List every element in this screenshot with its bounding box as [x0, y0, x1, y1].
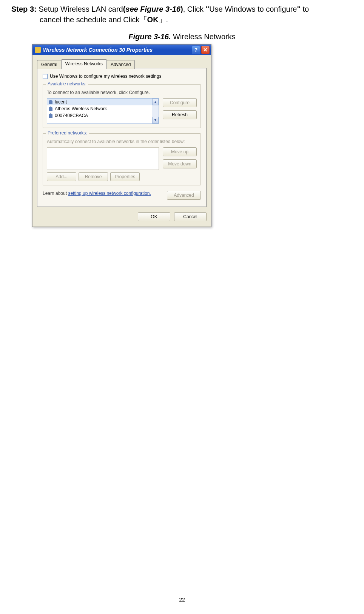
- tab-general[interactable]: General: [37, 60, 62, 69]
- step-text-1c: to: [301, 5, 309, 13]
- available-instruction: To connect to an available network, clic…: [47, 90, 197, 95]
- antenna-icon: [49, 113, 52, 118]
- click-text: Use Windows to configure: [209, 5, 297, 13]
- ok-button[interactable]: OK: [138, 212, 170, 221]
- antenna-icon: [49, 100, 52, 104]
- add-button[interactable]: Add...: [47, 172, 76, 181]
- document-body: Step 3: Setup Wireless LAN card(see Figu…: [0, 0, 364, 25]
- quote-open: ": [206, 5, 209, 13]
- figure-caption-text: Wireless Networks: [171, 32, 236, 41]
- figure-caption: Figure 3-16. Wireless Networks: [0, 32, 364, 41]
- titlebar-buttons: ? ✕: [192, 46, 210, 54]
- learn-text: Learn about setting up wireless network …: [43, 191, 162, 196]
- step-line2b: 」.: [159, 15, 168, 24]
- preferred-networks-group: Preferred networks: Automatically connec…: [43, 133, 201, 185]
- available-buttons: Configure Refresh: [163, 98, 197, 124]
- list-scrollbar[interactable]: ▲ ▼: [152, 99, 159, 123]
- movedown-button[interactable]: Move down: [163, 159, 197, 168]
- remove-button[interactable]: Remove: [79, 172, 108, 181]
- network-item-atheros[interactable]: Atheros Wireless Network: [47, 105, 152, 112]
- preferred-row: Move up Move down: [47, 147, 197, 170]
- use-windows-checkbox[interactable]: [43, 74, 48, 79]
- titlebar[interactable]: Wireless Network Connection 30 Propertie…: [32, 45, 211, 55]
- refresh-button[interactable]: Refresh: [163, 110, 197, 119]
- configure-button[interactable]: Configure: [163, 98, 197, 107]
- preferred-title: Preferred networks:: [46, 130, 89, 136]
- moveup-button[interactable]: Move up: [163, 147, 197, 156]
- tab-strip: General Wireless Networks Advanced: [37, 59, 207, 68]
- network-label: 0007408CBACA: [55, 113, 88, 118]
- cancel-button[interactable]: Cancel: [174, 212, 207, 221]
- preferred-buttons: Move up Move down: [163, 147, 197, 170]
- network-item-mac[interactable]: 0007408CBACA: [47, 112, 152, 119]
- see-label: see: [125, 5, 138, 13]
- properties-button[interactable]: Properties: [110, 172, 140, 181]
- advanced-button[interactable]: Advanced: [167, 191, 201, 200]
- preferred-bottom-buttons: Add... Remove Properties: [47, 172, 197, 181]
- available-networks-group: Available networks: To connect to an ava…: [43, 84, 201, 128]
- ok-label: OK: [147, 15, 159, 24]
- tab-advanced[interactable]: Advanced: [106, 60, 135, 69]
- paren-close: ): [180, 5, 183, 13]
- titlebar-text: Wireless Network Connection 30 Propertie…: [43, 47, 192, 53]
- page-number: 22: [0, 597, 364, 603]
- figure-caption-label: Figure: [128, 32, 151, 41]
- use-windows-label: Use Windows to configure my wireless net…: [50, 74, 161, 79]
- wireless-icon: [35, 47, 41, 53]
- network-item-lucent[interactable]: lucent: [47, 99, 152, 105]
- network-label: Atheros Wireless Network: [55, 106, 107, 111]
- close-button[interactable]: ✕: [201, 46, 210, 54]
- quote-close: ": [297, 5, 300, 13]
- preferred-instruction: Automatically connect to available netwo…: [47, 139, 197, 144]
- step-line-2: cancel the schedule and Click「OK」.: [11, 14, 353, 25]
- scroll-up-icon[interactable]: ▲: [152, 99, 159, 105]
- step-line2a: cancel the schedule and Click「: [40, 15, 147, 24]
- learn-link[interactable]: setting up wireless network configuratio…: [68, 191, 151, 196]
- tab-wireless-networks[interactable]: Wireless Networks: [61, 59, 107, 68]
- learn-prefix: Learn about: [43, 191, 68, 196]
- scroll-down-icon[interactable]: ▼: [152, 117, 159, 123]
- preferred-networks-list[interactable]: [47, 147, 159, 170]
- properties-dialog: Wireless Network Connection 30 Propertie…: [32, 44, 211, 227]
- network-label: lucent: [55, 99, 67, 105]
- figure-caption-num: 3-16.: [151, 32, 171, 41]
- antenna-icon: [49, 106, 52, 111]
- dialog-footer: OK Cancel: [37, 207, 207, 221]
- learn-row: Learn about setting up wireless network …: [43, 191, 201, 200]
- step-text-1b: , Click: [183, 5, 206, 13]
- available-title: Available networks:: [46, 81, 88, 86]
- step-text-1a: Setup Wireless LAN card: [37, 5, 123, 13]
- step-label: Step 3:: [11, 5, 37, 13]
- figure-ref: Figure 3-16: [140, 5, 180, 13]
- use-windows-checkbox-row: Use Windows to configure my wireless net…: [43, 74, 201, 79]
- step-line-1: Step 3: Setup Wireless LAN card(see Figu…: [11, 4, 353, 14]
- help-button[interactable]: ?: [192, 46, 200, 54]
- dialog-body: General Wireless Networks Advanced Use W…: [32, 55, 211, 227]
- available-networks-list[interactable]: lucent Atheros Wireless Network 0007408C…: [47, 98, 159, 124]
- tab-panel: Use Windows to configure my wireless net…: [37, 68, 207, 207]
- available-row: lucent Atheros Wireless Network 0007408C…: [47, 98, 197, 124]
